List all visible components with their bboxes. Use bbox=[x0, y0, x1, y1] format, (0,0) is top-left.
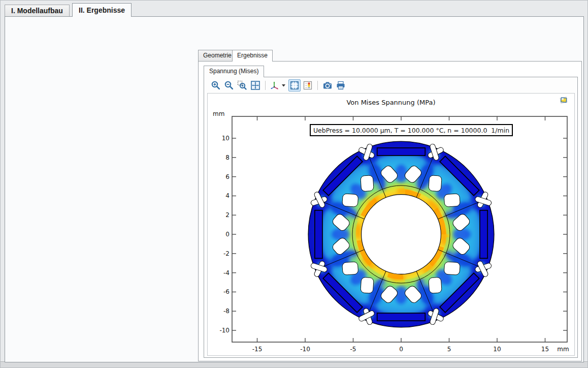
print-icon[interactable] bbox=[335, 79, 347, 91]
view-orientation-icon[interactable] bbox=[269, 79, 287, 91]
plot-annotation-box: UebPress = 10.0000 µm, T = 100.000 °C, n… bbox=[310, 124, 513, 136]
y-tick-label: 8 bbox=[225, 154, 230, 161]
viewer-tab-geometrie[interactable]: Geometrie bbox=[198, 50, 237, 62]
x-tick-label: 10 bbox=[493, 346, 501, 353]
plot-image-icon[interactable] bbox=[559, 96, 568, 105]
x-tick-label: -10 bbox=[300, 346, 310, 353]
y-tick-label: 2 bbox=[225, 211, 230, 219]
grid-toggle-icon[interactable] bbox=[288, 79, 301, 91]
graphics-toolbar bbox=[210, 79, 347, 92]
toolbar-separator bbox=[265, 81, 266, 90]
graphics-area[interactable]: Von Mises Spannung (MPa) -15-10-50510151… bbox=[207, 93, 575, 356]
toolbar-separator bbox=[317, 81, 318, 90]
zoom-out-icon[interactable] bbox=[223, 79, 235, 91]
x-tick-label: -15 bbox=[252, 346, 263, 353]
y-tick-label: 6 bbox=[225, 173, 230, 180]
viewer-tab-ergebnisse[interactable]: Ergebnisse bbox=[232, 50, 273, 62]
x-tick-label: -5 bbox=[350, 346, 356, 353]
y-tick-label: 10 bbox=[222, 135, 230, 142]
rotor-field-plot bbox=[308, 141, 494, 327]
color-legend-icon[interactable] bbox=[302, 79, 314, 91]
y-tick-label: -10 bbox=[219, 327, 230, 334]
y-tick-label: -2 bbox=[223, 250, 230, 257]
app-window: I. Modellaufbau II. Ergebnisse i Letzte … bbox=[0, 0, 588, 368]
x-tick-label: 5 bbox=[447, 346, 451, 353]
tab-modellaufbau[interactable]: I. Modellaufbau bbox=[5, 5, 70, 17]
zoom-in-icon[interactable] bbox=[210, 79, 222, 91]
plot-title: Von Mises Spannung (MPa) bbox=[208, 99, 574, 106]
x-tick-label: 0 bbox=[399, 346, 403, 353]
zoom-box-icon[interactable] bbox=[236, 79, 248, 91]
y-tick-label: 0 bbox=[225, 231, 230, 238]
y-tick-label: -6 bbox=[223, 288, 230, 295]
x-tick-label: 15 bbox=[541, 346, 549, 353]
tab-ergebnisse[interactable]: II. Ergebnisse bbox=[72, 3, 132, 17]
y-axis-unit: mm bbox=[213, 110, 224, 117]
snapshot-camera-icon[interactable] bbox=[321, 79, 334, 91]
y-tick-label: -4 bbox=[223, 269, 230, 277]
chevron-down-icon bbox=[282, 84, 285, 87]
plot-tab-spannung-mises[interactable]: Spannung (Mises) bbox=[204, 66, 264, 77]
y-tick-label: 4 bbox=[225, 192, 230, 199]
x-axis-unit: mm bbox=[557, 346, 569, 353]
zoom-extents-icon[interactable] bbox=[249, 79, 262, 91]
y-tick-label: -8 bbox=[223, 308, 230, 315]
